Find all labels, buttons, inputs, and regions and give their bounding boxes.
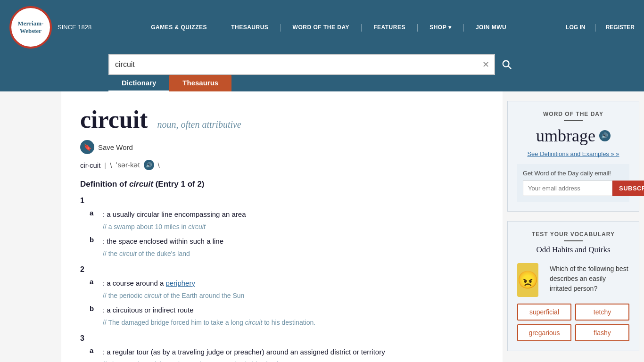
def-2b: b : a circuitous or indirect route // Th… [80, 304, 484, 328]
choice-gregarious[interactable]: gregarious [517, 324, 571, 341]
vocab-label: TEST YOUR VOCABULARY [517, 231, 629, 238]
def-letter-b2: b [90, 304, 97, 328]
tab-thesaurus[interactable]: Thesaurus [169, 75, 231, 91]
def-number-2: 2 [80, 265, 484, 274]
tab-bar: Dictionary Thesaurus [0, 75, 644, 91]
nav-wotd[interactable]: WORD OF THE DAY [293, 24, 349, 31]
vocab-emoji-image: 😠 [517, 263, 538, 297]
vocab-emoji: 😠 [517, 270, 538, 290]
word-title: circuit [80, 106, 148, 133]
save-word-label: Save Word [98, 143, 133, 151]
vocab-content-row: 😠 Which of the following best describes … [517, 259, 629, 297]
content-area: circuit noun, often attributive 🔖 Save W… [61, 91, 503, 362]
nav-thesaurus[interactable]: THESAURUS [231, 24, 268, 31]
subscribe-button[interactable]: SUBSCRIBE [612, 181, 644, 196]
shop-chevron-icon [448, 24, 452, 31]
wotd-word-text: umbrage [536, 126, 595, 146]
login-link[interactable]: LOG IN [566, 24, 585, 31]
wotd-word: umbrage 🔊 [517, 126, 629, 146]
wotd-underline [564, 120, 583, 121]
audio-button[interactable]: 🔊 [144, 160, 154, 170]
def-text-1b: : the space enclosed within such a line … [103, 236, 484, 259]
hyphenated-word: cir·cuit [80, 161, 100, 169]
def-letter-a2: a [90, 278, 97, 301]
def-example-3a: // The preacher ministered to each congr… [103, 360, 484, 362]
search-input[interactable] [109, 60, 478, 69]
nav-divider-3: | [361, 23, 362, 32]
auth-area: LOG IN | REGISTER [566, 23, 635, 32]
logo-area: Merriam- Webster SINCE 1828 [9, 6, 91, 49]
phonetic-text: ˈsər-kət [116, 161, 140, 169]
periphery-link[interactable]: periphery [165, 279, 195, 287]
clear-button[interactable]: ✕ [478, 59, 494, 70]
def-main-2b: : a circuitous or indirect route [103, 304, 484, 316]
main-layout: circuit noun, often attributive 🔖 Save W… [0, 91, 644, 362]
def-letter-a1: a [90, 209, 97, 232]
def-main-1a: : a usually circular line encompassing a… [103, 209, 484, 220]
def-main-3a: : a regular tour (as by a traveling judg… [103, 346, 484, 358]
choice-superficial[interactable]: superficial [517, 304, 571, 321]
phonetic-close: \ [158, 161, 160, 169]
wotd-audio-button[interactable]: 🔊 [599, 130, 611, 141]
nav-divider-2: | [280, 23, 281, 32]
vocab-question: Which of the following best describes an… [550, 264, 629, 294]
nav-shop[interactable]: SHOP [429, 24, 452, 31]
nav-divider-1: | [218, 23, 220, 32]
save-word-button[interactable]: 🔖 Save Word [80, 140, 133, 154]
def-example-1a: // a swamp about 10 miles in circuit [103, 222, 484, 232]
svg-point-0 [503, 61, 509, 67]
pron-divider: | [104, 161, 106, 169]
phonetic: \ [110, 161, 112, 169]
wotd-email-prompt: Get Word of the Day daily email! [523, 170, 624, 177]
nav-games[interactable]: GAMES & QUIZZES [151, 24, 207, 31]
tab-dictionary[interactable]: Dictionary [108, 75, 169, 91]
def-3a: a : a regular tour (as by a traveling ju… [80, 346, 484, 362]
search-button[interactable] [495, 54, 519, 75]
email-row: SUBSCRIBE [523, 181, 624, 196]
def-text-3a: : a regular tour (as by a traveling judg… [103, 346, 484, 362]
def-entry-2: 2 a : a course around a periphery // the… [80, 265, 484, 328]
svg-line-1 [508, 66, 511, 69]
email-input[interactable] [523, 181, 612, 196]
definition-header: Definition of circuit (Entry 1 of 2) [80, 180, 484, 189]
def-text-2a: : a course around a periphery // the per… [103, 278, 484, 301]
def-main-1b: : the space enclosed within such a line [103, 236, 484, 247]
def-example-1b: // the circuit of the duke's land [103, 249, 484, 259]
vocab-title: Odd Habits and Quirks [517, 245, 629, 255]
def-entry-3: 3 a : a regular tour (as by a traveling … [80, 334, 484, 362]
since-label: SINCE 1828 [58, 24, 91, 31]
def-1b: b : the space enclosed within such a lin… [80, 236, 484, 259]
wotd-email-section: Get Word of the Day daily email! SUBSCRI… [517, 164, 629, 202]
logo-text-2: Webster [20, 27, 41, 35]
nav-divider-5: | [463, 23, 464, 32]
def-2a: a : a course around a periphery // the p… [80, 278, 484, 301]
nav-join[interactable]: JOIN MWU [476, 24, 506, 31]
choice-flashy[interactable]: flashy [575, 324, 629, 341]
def-text-2b: : a circuitous or indirect route // The … [103, 304, 484, 328]
logo[interactable]: Merriam- Webster [9, 6, 52, 49]
word-heading: circuit noun, often attributive [80, 106, 484, 133]
def-entry-1: 1 a : a usually circular line encompassi… [80, 197, 484, 259]
auth-divider: | [594, 23, 596, 32]
vocab-choices: superficial tetchy gregarious flashy [517, 304, 629, 341]
pronunciation: cir·cuit | \ ˈsər-kət 🔊 \ [80, 160, 484, 170]
search-icon [502, 59, 512, 70]
bookmark-icon: 🔖 [80, 140, 94, 154]
word-pos: noun, often attributive [157, 119, 241, 130]
def-header-word: circuit [129, 180, 153, 189]
def-number-3: 3 [80, 334, 484, 343]
def-example-2a: // the periodic circuit of the Earth aro… [103, 291, 484, 301]
def-1a: a : a usually circular line encompassing… [80, 209, 484, 232]
definition-list: 1 a : a usually circular line encompassi… [80, 197, 484, 362]
left-sidebar [0, 91, 61, 362]
right-sidebar: WORD OF THE DAY umbrage 🔊 See Definition… [503, 91, 644, 362]
def-main-2a: : a course around a periphery [103, 278, 484, 289]
main-nav: GAMES & QUIZZES | THESAURUS | WORD OF TH… [91, 23, 566, 32]
nav-features[interactable]: FEATURES [373, 24, 405, 31]
search-wrapper: ✕ [108, 54, 495, 75]
choice-tetchy[interactable]: tetchy [575, 304, 629, 321]
def-example-2b: // The damaged bridge forced him to take… [103, 318, 484, 328]
wotd-label: WORD OF THE DAY [517, 111, 629, 117]
wotd-definitions-link[interactable]: See Definitions and Examples » » [517, 150, 629, 157]
register-link[interactable]: REGISTER [606, 24, 635, 31]
